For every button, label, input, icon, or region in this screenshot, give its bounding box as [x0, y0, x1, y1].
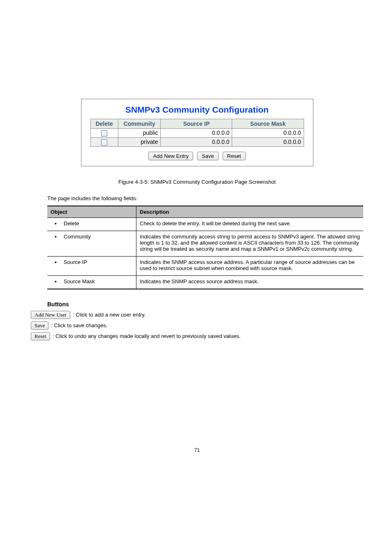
button-description: : Click to add a new user entry.	[73, 312, 146, 318]
header-source-ip: Source IP	[161, 119, 232, 129]
add-new-entry-button[interactable]: Add New Entry	[148, 152, 193, 160]
cell-source-ip: 0.0.0.0	[161, 137, 232, 146]
table-row: private 0.0.0.0 0.0.0.0	[90, 137, 304, 146]
object-description: Check to delete the entry. It will be de…	[136, 217, 364, 231]
table-intro: The page includes the following fields:	[47, 195, 363, 201]
config-table: Delete Community Source IP Source Mask p…	[90, 119, 304, 147]
button-description: : Click to undo any changes made locally…	[53, 333, 240, 339]
object-name: Source Mask	[51, 278, 133, 284]
object-name: Community	[51, 234, 133, 240]
cell-source-mask: 0.0.0.0	[232, 137, 304, 146]
button-description: : Click to save changes.	[51, 322, 107, 328]
button-description-row: Reset : Click to undo any changes made l…	[31, 332, 363, 340]
table-row: Delete Check to delete the entry. It wil…	[47, 217, 363, 231]
object-description: Indicates the SNMP access source address…	[136, 256, 364, 275]
figure-title: SNMPv3 Community Configuration	[90, 105, 304, 115]
cell-source-ip: 0.0.0.0	[161, 129, 232, 138]
reset-button[interactable]: Reset	[31, 332, 50, 340]
page-number: 71	[31, 447, 363, 453]
table-row: Source Mask Indicates the SNMP access so…	[47, 275, 363, 289]
reset-button[interactable]: Reset	[223, 152, 246, 160]
fields-table: Object Description Delete Check to delet…	[47, 206, 363, 289]
button-description-row: Save : Click to save changes.	[31, 321, 363, 330]
cell-community: public	[118, 129, 161, 138]
buttons-heading: Buttons	[47, 301, 363, 308]
table-row: public 0.0.0.0 0.0.0.0	[90, 129, 304, 138]
button-description-row: Add New User : Click to add a new user e…	[31, 311, 363, 319]
delete-checkbox[interactable]	[101, 130, 107, 136]
save-button[interactable]: Save	[31, 321, 48, 330]
col-header-description: Description	[136, 206, 364, 218]
table-row: Community Indicates the community access…	[47, 231, 363, 256]
header-delete: Delete	[90, 119, 118, 129]
save-button[interactable]: Save	[197, 152, 219, 160]
header-source-mask: Source Mask	[232, 119, 304, 129]
delete-checkbox[interactable]	[101, 139, 107, 146]
table-row: Source IP Indicates the SNMP access sour…	[47, 256, 363, 275]
object-name: Delete	[51, 220, 133, 227]
header-community: Community	[118, 119, 161, 129]
object-name: Source IP	[51, 259, 133, 265]
figure-caption: Figure 4-3-5: SNMPv3 Community Configura…	[31, 179, 363, 185]
object-description: Indicates the SNMP access source address…	[136, 275, 364, 289]
snmp-config-screenshot: SNMPv3 Community Configuration Delete Co…	[81, 99, 314, 166]
cell-community: private	[118, 137, 161, 146]
object-description: Indicates the community access string to…	[136, 231, 364, 256]
cell-source-mask: 0.0.0.0	[232, 129, 304, 138]
col-header-object: Object	[47, 206, 136, 218]
add-new-user-button[interactable]: Add New User	[31, 311, 70, 319]
